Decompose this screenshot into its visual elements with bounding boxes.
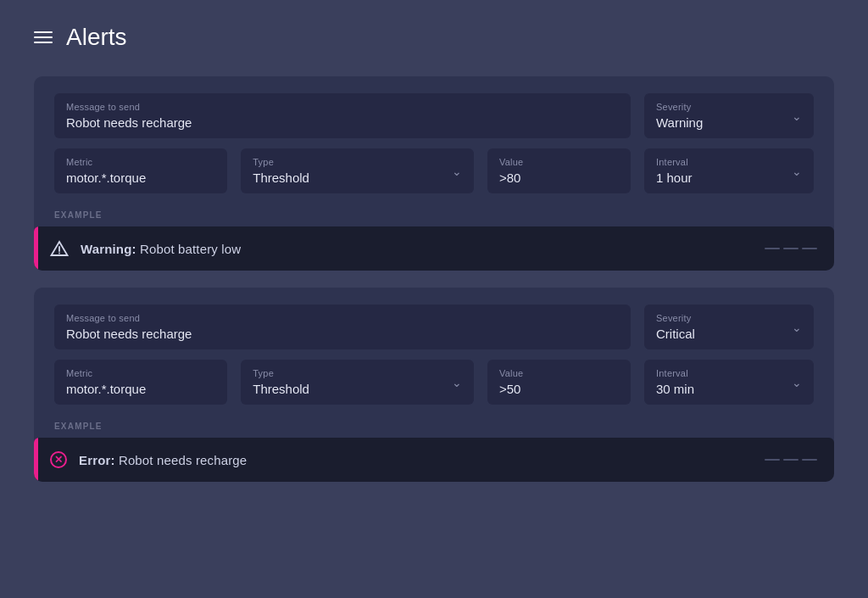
metric-value-2: motor.*.torque (66, 382, 215, 396)
banner-actions-2 (748, 459, 834, 461)
banner-icon-wrap-1 (38, 240, 81, 257)
banner-text-1: Warning: Robot battery low (81, 242, 748, 256)
value-field-2: Value >50 (487, 360, 631, 405)
type-value-1: Threshold (253, 170, 309, 185)
menu-icon[interactable] (34, 31, 53, 43)
example-text-2: Robot needs recharge (115, 453, 248, 467)
interval-chevron-icon-2: ⌄ (792, 376, 802, 389)
severity-content-2: Severity Critical (656, 313, 695, 341)
banner-actions-1 (748, 248, 834, 249)
alert-card-1: Message to send Robot needs recharge Sev… (34, 76, 834, 271)
dash-1a (765, 248, 780, 249)
alert-card-2: Message to send Robot needs recharge Sev… (34, 288, 834, 482)
example-section-2: EXAMPLE ✕ Error: Robot needs recharge (54, 422, 814, 482)
interval-label-2: Interval (656, 368, 694, 378)
page-title: Alerts (66, 24, 127, 51)
interval-dropdown-2[interactable]: Interval 30 min ⌄ (644, 360, 814, 405)
type-chevron-icon-2: ⌄ (452, 376, 462, 389)
severity-dropdown-1[interactable]: Severity Warning ⌄ (644, 93, 814, 138)
example-text-1: Robot battery low (136, 242, 242, 256)
warning-triangle-icon-1 (50, 240, 69, 257)
type-chevron-icon-1: ⌄ (452, 165, 462, 178)
message-field-1: Message to send Robot needs recharge (54, 93, 631, 138)
value-label-1: Value (499, 157, 619, 167)
interval-value-1: 1 hour (656, 170, 693, 185)
banner-text-2: Error: Robot needs recharge (79, 453, 748, 467)
message-label-2: Message to send (66, 313, 619, 323)
metric-field-2: Metric motor.*.torque (54, 360, 227, 405)
interval-label-1: Interval (656, 157, 693, 167)
value-value-1: >80 (499, 170, 619, 185)
severity-value-1: Warning (656, 115, 703, 130)
dash-1c (802, 248, 817, 249)
card-top-row-2: Message to send Robot needs recharge Sev… (54, 305, 814, 349)
type-label-1: Type (253, 157, 309, 167)
card-top-row-1: Message to send Robot needs recharge Sev… (54, 93, 814, 138)
value-field-1: Value >80 (487, 148, 631, 193)
severity-label-2: Severity (656, 313, 695, 323)
severity-chevron-icon-1: ⌄ (792, 109, 802, 123)
example-section-1: EXAMPLE Warning: Robot battery low (54, 210, 814, 271)
dash-2a (765, 459, 780, 461)
dash-2b (783, 459, 798, 461)
interval-chevron-icon-1: ⌄ (792, 165, 802, 178)
example-bold-1: Warning: (81, 242, 136, 256)
dash-group-1 (765, 248, 817, 249)
value-label-2: Value (499, 368, 619, 378)
card-bottom-row-2: Metric motor.*.torque Type Threshold ⌄ V… (54, 360, 814, 405)
message-field-2: Message to send Robot needs recharge (54, 305, 631, 349)
type-dropdown-2[interactable]: Type Threshold ⌄ (241, 360, 474, 405)
dash-group-2 (765, 459, 817, 461)
severity-label-1: Severity (656, 102, 703, 112)
type-label-2: Type (253, 368, 309, 378)
severity-chevron-icon-2: ⌄ (792, 321, 802, 334)
dash-1b (783, 248, 798, 249)
metric-field-1: Metric motor.*.torque (54, 148, 227, 193)
error-circle-icon-2: ✕ (50, 451, 67, 468)
severity-content-1: Severity Warning (656, 102, 703, 130)
interval-content-1: Interval 1 hour (656, 157, 693, 185)
metric-value-1: motor.*.torque (66, 170, 215, 185)
severity-dropdown-2[interactable]: Severity Critical ⌄ (644, 305, 814, 349)
dash-2c (802, 459, 817, 461)
value-value-2: >50 (499, 382, 619, 396)
example-label-1: EXAMPLE (54, 210, 814, 220)
type-content-1: Type Threshold (253, 157, 309, 185)
message-value-2: Robot needs recharge (66, 327, 619, 341)
type-value-2: Threshold (253, 382, 309, 396)
example-label-2: EXAMPLE (54, 422, 814, 431)
interval-dropdown-1[interactable]: Interval 1 hour ⌄ (644, 148, 814, 193)
alerts-content: Message to send Robot needs recharge Sev… (0, 68, 868, 507)
example-banner-1: Warning: Robot battery low (34, 226, 834, 271)
banner-icon-wrap-2: ✕ (38, 451, 79, 468)
type-content-2: Type Threshold (253, 368, 309, 396)
metric-label-2: Metric (66, 368, 215, 378)
message-label-1: Message to send (66, 102, 619, 112)
severity-value-2: Critical (656, 327, 695, 341)
type-dropdown-1[interactable]: Type Threshold ⌄ (241, 148, 474, 193)
example-bold-2: Error: (79, 453, 115, 467)
metric-label-1: Metric (66, 157, 215, 167)
example-banner-2: ✕ Error: Robot needs recharge (34, 438, 834, 482)
svg-point-1 (58, 253, 60, 254)
interval-content-2: Interval 30 min (656, 368, 694, 396)
interval-value-2: 30 min (656, 382, 694, 396)
page-header: Alerts (0, 0, 868, 68)
message-value-1: Robot needs recharge (66, 115, 619, 130)
card-bottom-row-1: Metric motor.*.torque Type Threshold ⌄ V… (54, 148, 814, 193)
